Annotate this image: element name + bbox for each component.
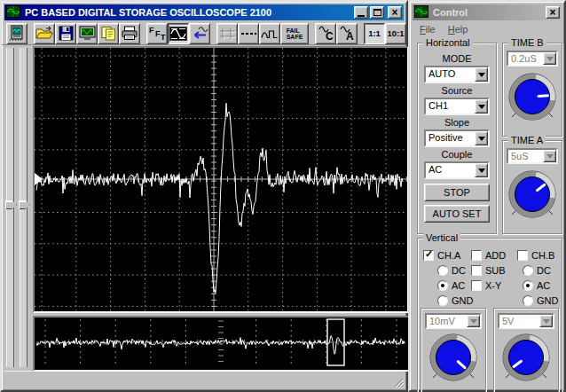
- chb-ac-radio[interactable]: AC: [523, 279, 550, 291]
- waveform-display-button[interactable]: [168, 23, 189, 44]
- resize-grip[interactable]: [392, 376, 404, 388]
- fft-button[interactable]: FFT: [146, 23, 168, 44]
- chevron-down-icon: [543, 52, 556, 65]
- svg-text:T: T: [161, 33, 166, 42]
- chevron-down-icon: [539, 315, 553, 327]
- oscilloscope-app-icon: [6, 5, 20, 20]
- cha-gain-knob[interactable]: [428, 332, 479, 383]
- time-a-select[interactable]: 5uS: [507, 148, 558, 164]
- minimize-button[interactable]: [354, 6, 368, 19]
- restore-waveform-button[interactable]: [189, 23, 210, 44]
- chb-gnd-radio[interactable]: GND: [523, 294, 558, 306]
- chevron-down-icon[interactable]: [475, 99, 488, 114]
- chb-range-select[interactable]: 5V: [498, 313, 554, 329]
- channel-b-slider-thumb[interactable]: [19, 200, 30, 209]
- time-a-group: TIME A 5uS: [502, 140, 562, 234]
- save-button[interactable]: [55, 23, 76, 44]
- toolbar: FFTFAILSAFECA1:110:1: [2, 20, 406, 45]
- svg-text:F: F: [149, 26, 154, 35]
- time-b-group-label: TIME B: [508, 37, 546, 49]
- sub-checkbox[interactable]: SUB: [471, 264, 506, 276]
- menu-bar: FileHelp: [413, 21, 562, 36]
- time-b-select[interactable]: 0.2uS: [507, 51, 558, 67]
- chevron-down-icon[interactable]: [475, 67, 488, 82]
- chb-gain-panel: 5V: [493, 308, 559, 392]
- chevron-down-icon: [543, 150, 556, 162]
- menu-file[interactable]: File: [420, 24, 436, 35]
- square-wave-button[interactable]: [259, 23, 280, 44]
- chevron-down-icon[interactable]: [475, 131, 488, 145]
- time-a-knob[interactable]: [507, 169, 558, 220]
- close-button[interactable]: [388, 6, 402, 19]
- oscilloscope-window: PC BASED DIGITAL STORAGE OSCILLOSCOPE 21…: [0, 0, 408, 392]
- chb-gain-knob[interactable]: [500, 332, 552, 383]
- window-title: PC BASED DIGITAL STORAGE OSCILLOSCOPE 21…: [22, 7, 352, 18]
- print-button[interactable]: [119, 23, 140, 44]
- control-window-title: Control: [430, 7, 544, 18]
- couple-label: Couple: [442, 148, 473, 161]
- cha-ac-radio[interactable]: AC: [437, 279, 465, 291]
- slope-label: Slope: [444, 116, 469, 129]
- title-bar: PC BASED DIGITAL STORAGE OSCILLOSCOPE 21…: [4, 4, 404, 20]
- fail-safe-button[interactable]: FAILSAFE: [280, 23, 309, 44]
- channel-a-slider-thumb[interactable]: [5, 200, 17, 209]
- overview-record-display: [33, 316, 411, 372]
- xy-checkbox[interactable]: X-Y: [471, 279, 501, 291]
- vertical-group: Vertical CH.A ADD CH.B DC SUB DC AC X-Y …: [417, 238, 562, 392]
- source-select[interactable]: CH1: [424, 98, 490, 115]
- source-label: Source: [442, 84, 473, 98]
- desktop: { "app": { "title": "PC BASED DIGITAL ST…: [0, 0, 566, 392]
- couple-select[interactable]: AC: [424, 161, 490, 179]
- status-bar: [4, 371, 404, 388]
- control-window: Control FileHelp Horizontal MODE AUTO So…: [408, 0, 566, 392]
- horizontal-group-label: Horizontal: [423, 37, 473, 49]
- channel-a-position-slider[interactable]: [6, 48, 14, 367]
- screen-capture-button[interactable]: [76, 23, 98, 44]
- probe-10-1-button[interactable]: 10:1: [385, 23, 406, 44]
- stop-button[interactable]: STOP: [424, 184, 490, 201]
- grid-button: [216, 23, 238, 44]
- chb-checkbox[interactable]: CH.B: [517, 249, 554, 261]
- time-b-group: TIME B 0.2uS: [502, 43, 562, 137]
- maximize-icon: [373, 9, 381, 16]
- chevron-down-icon: [467, 315, 480, 327]
- time-a-group-label: TIME A: [508, 135, 546, 146]
- slope-select[interactable]: Positive: [424, 129, 490, 147]
- channel-b-position-slider[interactable]: [20, 48, 28, 367]
- time-b-knob[interactable]: [507, 71, 558, 122]
- scope-area: [4, 46, 404, 370]
- control-title-bar: Control: [413, 4, 562, 20]
- open-button[interactable]: [34, 23, 55, 44]
- svg-text:A: A: [346, 30, 354, 42]
- cha-gain-panel: 10mV: [421, 308, 486, 392]
- main-scope-display: [33, 46, 409, 313]
- mode-select[interactable]: AUTO: [424, 66, 490, 83]
- dotted-line-button[interactable]: [238, 23, 259, 44]
- horizontal-group: Horizontal MODE AUTO Source CH1 Slope Po…: [417, 43, 497, 234]
- cha-dc-radio[interactable]: DC: [437, 264, 466, 276]
- vertical-group-label: Vertical: [423, 232, 460, 244]
- oscilloscope-app-icon: [414, 5, 428, 20]
- mode-label: MODE: [443, 52, 472, 66]
- coupling-a-button[interactable]: A: [336, 23, 358, 44]
- chb-dc-radio[interactable]: DC: [523, 264, 551, 276]
- control-close-button[interactable]: [546, 6, 560, 19]
- maximize-button[interactable]: [370, 6, 384, 19]
- auto-set-button[interactable]: AUTO SET: [424, 205, 490, 223]
- cha-range-select[interactable]: 10mV: [425, 313, 482, 329]
- add-checkbox[interactable]: ADD: [471, 249, 506, 261]
- cha-gnd-radio[interactable]: GND: [437, 294, 473, 306]
- chevron-down-icon[interactable]: [475, 163, 488, 177]
- probe-1-1-button[interactable]: 1:1: [364, 23, 385, 44]
- exit-button[interactable]: [6, 23, 28, 44]
- svg-text:C: C: [326, 30, 334, 42]
- minimize-icon: [358, 15, 365, 17]
- menu-help[interactable]: Help: [448, 24, 468, 35]
- cha-checkbox[interactable]: CH.A: [423, 249, 460, 261]
- coupling-c-button[interactable]: C: [315, 23, 336, 44]
- copy-button[interactable]: [98, 23, 119, 44]
